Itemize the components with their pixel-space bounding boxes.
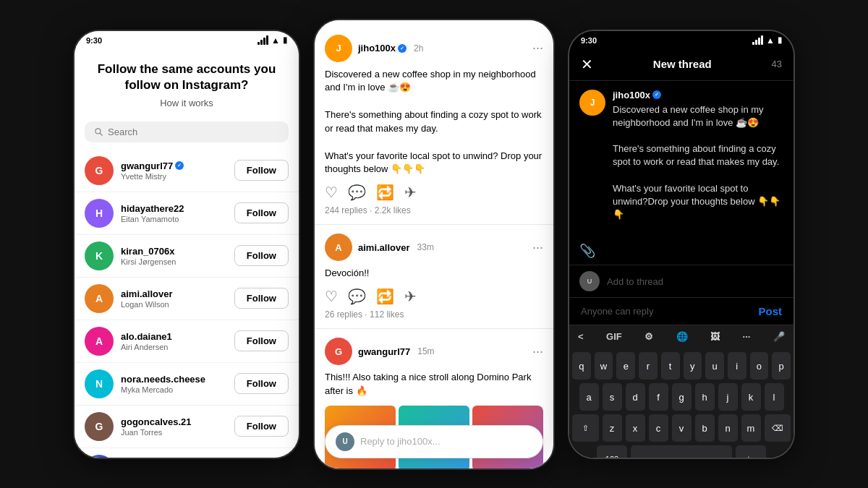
key-⇧[interactable]: ⇧ bbox=[572, 414, 599, 442]
username-0: gwangurl77 bbox=[121, 160, 227, 171]
key-j[interactable]: j bbox=[718, 383, 738, 411]
key-m[interactable]: m bbox=[741, 414, 761, 442]
repost-btn-1[interactable]: 🔁 bbox=[376, 288, 394, 305]
gif-btn[interactable]: GIF bbox=[606, 331, 622, 342]
post-more-0[interactable]: ··· bbox=[532, 40, 543, 56]
username-5: nora.needs.cheese bbox=[121, 374, 227, 385]
post-more-2[interactable]: ··· bbox=[532, 344, 543, 359]
key-f[interactable]: f bbox=[649, 383, 668, 411]
key-n[interactable]: n bbox=[718, 414, 738, 442]
key-o[interactable]: o bbox=[750, 352, 769, 380]
key-c[interactable]: c bbox=[649, 414, 668, 442]
post-meta-0: jiho100x 2h bbox=[358, 43, 527, 53]
follow-button-2[interactable]: Follow bbox=[234, 245, 289, 266]
user-avatar-6: G bbox=[85, 412, 114, 441]
key-t[interactable]: t bbox=[661, 352, 680, 380]
comment-btn-1[interactable]: 💬 bbox=[348, 288, 366, 305]
key-space[interactable] bbox=[631, 445, 732, 457]
user-info-0: gwangurl77 Yvette Mistry bbox=[121, 160, 227, 181]
key-g[interactable]: g bbox=[672, 383, 692, 411]
key-z[interactable]: z bbox=[603, 414, 622, 442]
how-it-works-link[interactable]: How it works bbox=[89, 98, 284, 108]
verified-badge-feed bbox=[398, 44, 407, 53]
search-input[interactable] bbox=[108, 127, 280, 137]
char-count: 43 bbox=[772, 59, 782, 69]
key-p[interactable]: p bbox=[772, 352, 791, 380]
follow-button-1[interactable]: Follow bbox=[234, 202, 289, 223]
realname-1: Eitan Yamamoto bbox=[121, 215, 227, 223]
post-stats-0: 244 replies · 2.2k likes bbox=[325, 205, 543, 215]
compose-body: J jiho100x Discovered a new coffee shop … bbox=[569, 81, 793, 238]
like-btn-0[interactable]: ♡ bbox=[325, 184, 338, 201]
user-avatar-0: G bbox=[85, 156, 114, 185]
verified-badge bbox=[175, 161, 184, 170]
mic-btn[interactable]: 🎤 bbox=[773, 331, 785, 342]
follow-button-5[interactable]: Follow bbox=[234, 373, 289, 394]
signal-icon bbox=[258, 35, 268, 45]
more-toolbar-btn[interactable]: ··· bbox=[743, 331, 751, 342]
key-123[interactable]: 123 bbox=[597, 445, 627, 457]
add-thread-row[interactable]: U Add to thread bbox=[569, 265, 793, 297]
like-btn-1[interactable]: ♡ bbox=[325, 288, 338, 305]
username-3: aimi.allover bbox=[121, 288, 227, 299]
add-thread-avatar: U bbox=[579, 271, 600, 291]
user-avatar-7: E bbox=[85, 455, 114, 458]
repost-btn-0[interactable]: 🔁 bbox=[376, 184, 394, 201]
attach-row[interactable]: 📎 bbox=[569, 237, 793, 265]
user-avatar-1: H bbox=[85, 199, 114, 228]
post-more-1[interactable]: ··· bbox=[532, 240, 543, 255]
reply-bar[interactable]: U Reply to jiho100x... bbox=[325, 425, 543, 458]
key-w[interactable]: w bbox=[595, 352, 613, 380]
key-y[interactable]: y bbox=[684, 352, 702, 380]
reply-avatar: U bbox=[336, 432, 354, 451]
follow-button-0[interactable]: Follow bbox=[234, 160, 289, 181]
key-x[interactable]: x bbox=[626, 414, 645, 442]
compose-title: New thread bbox=[653, 58, 712, 70]
key-k[interactable]: k bbox=[741, 383, 761, 411]
realname-4: Airi Andersen bbox=[121, 343, 227, 351]
post-header-0: J jiho100x 2h ··· bbox=[325, 35, 543, 62]
follow-item: G gwangurl77 Yvette Mistry Follow bbox=[75, 150, 299, 192]
anyone-can-reply-bar: Anyone can reply Post bbox=[569, 297, 793, 325]
phone-thread-feed: J jiho100x 2h ··· Discovered a new coffe… bbox=[313, 19, 555, 470]
keyboard-back-btn[interactable]: < bbox=[578, 331, 584, 342]
share-btn-1[interactable]: ✈ bbox=[404, 288, 417, 305]
close-button[interactable]: ✕ bbox=[581, 56, 593, 73]
key-u[interactable]: u bbox=[705, 352, 724, 380]
follow-button-6[interactable]: Follow bbox=[234, 416, 289, 437]
key-v[interactable]: v bbox=[672, 414, 692, 442]
key-⌫[interactable]: ⌫ bbox=[765, 414, 791, 442]
follow-button-4[interactable]: Follow bbox=[234, 330, 289, 351]
follow-button-3[interactable]: Follow bbox=[234, 288, 289, 309]
settings-btn[interactable]: ⚙ bbox=[644, 331, 653, 342]
key-q[interactable]: q bbox=[572, 352, 591, 380]
key-b[interactable]: b bbox=[695, 414, 715, 442]
key-l[interactable]: l bbox=[765, 383, 784, 411]
translate-btn[interactable]: 🌐 bbox=[676, 331, 688, 342]
key-h[interactable]: h bbox=[695, 383, 715, 411]
key-return[interactable]: return bbox=[736, 445, 766, 457]
attach-icon: 📎 bbox=[579, 243, 595, 259]
follow-item: G gogoncalves.21 Juan Torres Follow bbox=[75, 406, 299, 448]
user-info-3: aimi.allover Logan Wilson bbox=[121, 288, 227, 309]
search-bar[interactable] bbox=[85, 121, 289, 142]
key-d[interactable]: d bbox=[626, 383, 645, 411]
key-r[interactable]: r bbox=[639, 352, 658, 380]
key-s[interactable]: s bbox=[603, 383, 622, 411]
user-info-4: alo.daiane1 Airi Andersen bbox=[121, 331, 227, 351]
user-avatar-2: K bbox=[85, 241, 114, 270]
compose-header: ✕ New thread 43 bbox=[569, 48, 793, 81]
realname-0: Yvette Mistry bbox=[121, 172, 227, 181]
key-row-2: ⇧zxcvbnm⌫ bbox=[572, 414, 791, 442]
compose-post-area: J jiho100x Discovered a new coffee shop … bbox=[579, 90, 783, 222]
user-info-6: gogoncalves.21 Juan Torres bbox=[121, 416, 227, 437]
image-btn[interactable]: 🖼 bbox=[710, 331, 720, 342]
share-btn-0[interactable]: ✈ bbox=[404, 184, 417, 201]
key-i[interactable]: i bbox=[728, 352, 746, 380]
time-phone3: 9:30 bbox=[581, 36, 597, 45]
post-button[interactable]: Post bbox=[758, 305, 782, 317]
comment-btn-0[interactable]: 💬 bbox=[348, 184, 366, 201]
compose-content: jiho100x Discovered a new coffee shop in… bbox=[613, 90, 783, 222]
key-a[interactable]: a bbox=[579, 383, 599, 411]
key-e[interactable]: e bbox=[616, 352, 635, 380]
